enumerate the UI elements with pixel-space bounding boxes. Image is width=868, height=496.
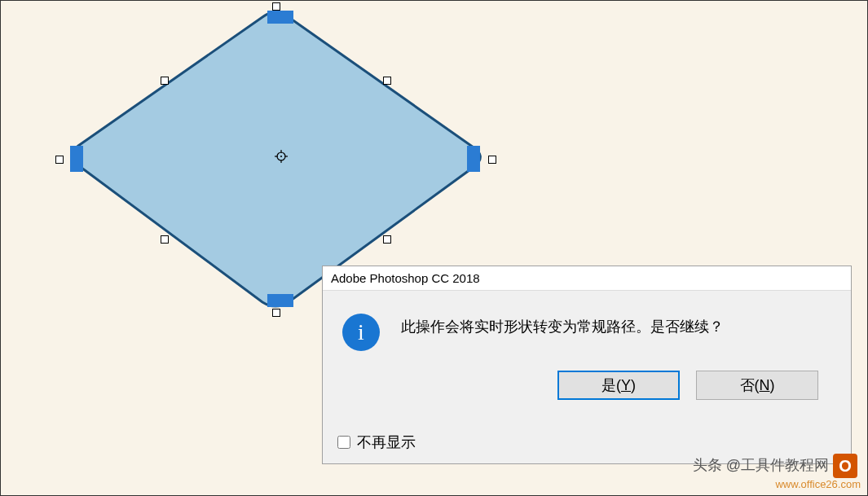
corner-marker-right-t[interactable] xyxy=(467,146,480,159)
watermark-line2: www.office26.com xyxy=(693,478,861,492)
transform-handle-mid-tr[interactable] xyxy=(383,77,391,85)
dont-show-label: 不再显示 xyxy=(357,432,416,452)
info-icon: i xyxy=(342,314,380,351)
transform-handle-right[interactable] xyxy=(488,156,496,164)
dont-show-checkbox[interactable] xyxy=(337,436,350,449)
watermark-logo-icon: O xyxy=(833,454,857,478)
dialog-body: i 此操作会将实时形状转变为常规路径。是否继续？ xyxy=(323,291,851,371)
center-anchor-icon[interactable] xyxy=(275,150,288,163)
corner-marker-bottom-l[interactable] xyxy=(267,294,280,307)
corner-marker-left-t[interactable] xyxy=(70,146,83,159)
corner-marker-left-b[interactable] xyxy=(70,159,83,172)
corner-marker-top-r[interactable] xyxy=(280,11,293,24)
transform-handle-left[interactable] xyxy=(55,156,64,164)
watermark: 头条 @工具件教程网 O www.office26.com xyxy=(693,454,861,492)
transform-handle-mid-br[interactable] xyxy=(383,235,391,244)
transform-handle-top[interactable] xyxy=(272,2,280,11)
yes-button[interactable]: 是(Y) xyxy=(557,371,680,400)
transform-handle-mid-tl[interactable] xyxy=(161,77,169,85)
corner-marker-top-l[interactable] xyxy=(267,11,280,24)
corner-marker-bottom-r[interactable] xyxy=(280,294,293,307)
dialog-buttons: 是(Y) 否(N) xyxy=(323,371,851,424)
confirm-dialog: Adobe Photoshop CC 2018 i 此操作会将实时形状转变为常规… xyxy=(322,266,852,464)
dialog-title: Adobe Photoshop CC 2018 xyxy=(323,266,851,291)
transform-handle-bottom[interactable] xyxy=(272,309,280,317)
svg-point-5 xyxy=(280,156,282,157)
corner-marker-right-b[interactable] xyxy=(467,159,480,172)
no-button[interactable]: 否(N) xyxy=(696,371,818,400)
transform-handle-mid-bl[interactable] xyxy=(161,235,169,244)
watermark-line1: 头条 @工具件教程网 O xyxy=(693,454,861,478)
dialog-message: 此操作会将实时形状转变为常规路径。是否继续？ xyxy=(401,314,724,351)
